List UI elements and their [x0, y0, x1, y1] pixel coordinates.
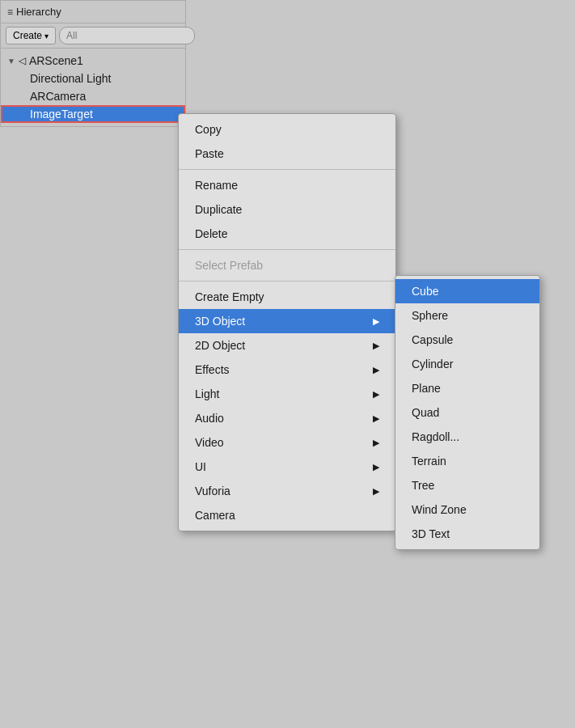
hierarchy-title: Hierarchy	[16, 6, 61, 18]
hierarchy-tree: ▼ ◁ ARScene1 Directional Light ARCamera …	[1, 49, 185, 126]
submenu-arrow-2d-object: ▶	[373, 341, 379, 351]
hierarchy-title-bar: ≡ Hierarchy	[1, 1, 185, 23]
imagetarget-label: ImageTarget	[30, 108, 93, 121]
menu-3d-object-label: 3D Object	[195, 315, 245, 328]
scene-expand-arrow: ▼	[7, 57, 15, 66]
menu-create-empty-label: Create Empty	[195, 290, 264, 303]
separator-3	[179, 281, 395, 281]
create-button-label: Create	[13, 30, 42, 41]
arcamera-label: ARCamera	[30, 90, 86, 103]
search-input[interactable]	[59, 27, 195, 44]
menu-item-2d-object[interactable]: 2D Object ▶	[179, 333, 395, 358]
menu-item-video[interactable]: Video ▶	[179, 430, 395, 455]
submenu-wind-zone-label: Wind Zone	[412, 503, 467, 516]
submenu-plane-label: Plane	[412, 382, 441, 395]
hierarchy-menu-icon: ≡	[7, 6, 13, 18]
menu-camera-label: Camera	[195, 509, 235, 522]
submenu-item-ragdoll[interactable]: Ragdoll...	[395, 425, 539, 449]
create-dropdown-arrow: ▾	[44, 32, 49, 40]
submenu-arrow-video: ▶	[373, 438, 379, 448]
context-menu: Copy Paste Rename Duplicate Delete Selec…	[178, 113, 396, 531]
menu-item-camera[interactable]: Camera	[179, 503, 395, 527]
menu-rename-label: Rename	[195, 179, 238, 192]
submenu-sphere-label: Sphere	[412, 309, 448, 322]
menu-item-vuforia[interactable]: Vuforia ▶	[179, 479, 395, 503]
menu-audio-label: Audio	[195, 412, 224, 425]
menu-item-audio[interactable]: Audio ▶	[179, 406, 395, 430]
hierarchy-panel: ≡ Hierarchy Create ▾ ▼ ◁ ARScene1 Direct…	[0, 0, 186, 127]
submenu-arrow-effects: ▶	[373, 365, 379, 375]
menu-item-create-empty[interactable]: Create Empty	[179, 285, 395, 309]
scene-root-item[interactable]: ▼ ◁ ARScene1	[1, 52, 185, 70]
submenu-arrow-ui: ▶	[373, 462, 379, 472]
menu-effects-label: Effects	[195, 363, 230, 376]
tree-item-arcamera[interactable]: ARCamera	[1, 87, 185, 105]
tree-item-directional-light[interactable]: Directional Light	[1, 70, 185, 87]
submenu-item-tree[interactable]: Tree	[395, 473, 539, 497]
submenu-item-cylinder[interactable]: Cylinder	[395, 352, 539, 376]
submenu-arrow-3d-object: ▶	[373, 316, 379, 327]
submenu-ragdoll-label: Ragdoll...	[412, 430, 459, 443]
submenu-item-3d-text[interactable]: 3D Text	[395, 522, 539, 546]
menu-duplicate-label: Duplicate	[195, 203, 242, 216]
scene-icon: ◁	[19, 55, 26, 66]
submenu-item-capsule[interactable]: Capsule	[395, 328, 539, 352]
menu-item-light[interactable]: Light ▶	[179, 382, 395, 406]
separator-2	[179, 249, 395, 250]
menu-item-ui[interactable]: UI ▶	[179, 455, 395, 479]
menu-item-rename[interactable]: Rename	[179, 173, 395, 197]
hierarchy-toolbar: Create ▾	[1, 23, 185, 49]
menu-select-prefab-label: Select Prefab	[195, 259, 263, 272]
menu-light-label: Light	[195, 387, 219, 400]
menu-item-select-prefab: Select Prefab	[179, 253, 395, 277]
submenu-item-quad[interactable]: Quad	[395, 400, 539, 425]
menu-vuforia-label: Vuforia	[195, 485, 230, 497]
submenu-arrow-light: ▶	[373, 389, 379, 400]
menu-item-copy[interactable]: Copy	[179, 117, 395, 142]
submenu-3d-text-label: 3D Text	[412, 527, 450, 540]
menu-paste-label: Paste	[195, 147, 224, 160]
menu-copy-label: Copy	[195, 123, 222, 136]
submenu-tree-label: Tree	[412, 479, 434, 492]
menu-item-3d-object[interactable]: 3D Object ▶	[179, 309, 395, 333]
menu-ui-label: UI	[195, 460, 206, 473]
submenu-item-sphere[interactable]: Sphere	[395, 303, 539, 328]
submenu-item-wind-zone[interactable]: Wind Zone	[395, 497, 539, 522]
submenu-terrain-label: Terrain	[412, 455, 446, 468]
menu-item-paste[interactable]: Paste	[179, 142, 395, 166]
menu-delete-label: Delete	[195, 227, 227, 240]
tree-item-imagetarget[interactable]: ImageTarget	[1, 105, 185, 123]
menu-video-label: Video	[195, 436, 224, 449]
submenu-cylinder-label: Cylinder	[412, 358, 453, 370]
create-button[interactable]: Create ▾	[6, 27, 56, 44]
menu-2d-object-label: 2D Object	[195, 339, 245, 352]
separator-1	[179, 169, 395, 170]
menu-item-effects[interactable]: Effects ▶	[179, 358, 395, 382]
submenu-item-cube[interactable]: Cube	[395, 279, 539, 303]
directional-light-label: Directional Light	[30, 72, 111, 85]
submenu-item-terrain[interactable]: Terrain	[395, 449, 539, 473]
submenu-arrow-audio: ▶	[373, 413, 379, 424]
submenu-capsule-label: Capsule	[412, 333, 453, 346]
menu-item-duplicate[interactable]: Duplicate	[179, 197, 395, 222]
submenu-arrow-vuforia: ▶	[373, 486, 379, 497]
submenu-quad-label: Quad	[412, 406, 439, 419]
submenu-item-plane[interactable]: Plane	[395, 376, 539, 400]
menu-item-delete[interactable]: Delete	[179, 222, 395, 246]
submenu-cube-label: Cube	[412, 285, 438, 298]
scene-name: ARScene1	[29, 54, 83, 67]
submenu-3d-object: Cube Sphere Capsule Cylinder Plane Quad …	[395, 275, 540, 550]
